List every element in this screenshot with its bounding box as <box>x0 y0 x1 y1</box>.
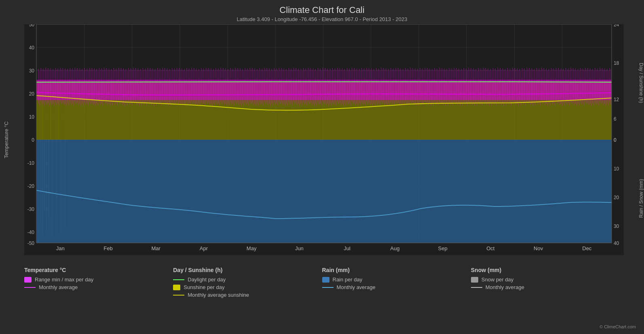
svg-text:20: 20 <box>614 195 619 200</box>
svg-text:6: 6 <box>614 116 617 122</box>
svg-text:50: 50 <box>29 24 35 28</box>
svg-text:20: 20 <box>29 91 35 97</box>
copyright-text: © ClimeChart.com <box>600 324 636 329</box>
svg-text:12: 12 <box>614 97 619 102</box>
y-axis-left-label: Temperature °C <box>3 24 9 255</box>
svg-text:Aug: Aug <box>390 245 399 251</box>
svg-text:Jul: Jul <box>344 245 351 251</box>
legend-item-sunshine: Sunshine per day <box>173 284 322 290</box>
snow-avg-line <box>471 287 482 288</box>
svg-text:-50: -50 <box>27 240 35 246</box>
legend-item-rain-avg: Monthly average <box>322 284 471 290</box>
svg-text:Oct: Oct <box>486 245 495 251</box>
legend-header-rain: Rain (mm) <box>322 267 471 273</box>
y-axis-right-top-label: Day / Sunshine (h) <box>638 24 644 142</box>
legend-item-snow-avg: Monthly average <box>471 284 620 290</box>
rain-label: Rain per day <box>333 277 363 283</box>
svg-text:-10: -10 <box>27 160 35 166</box>
svg-rect-65 <box>36 140 612 243</box>
sunshine-swatch <box>173 285 180 290</box>
main-chart-svg: 50 40 30 20 10 0 -10 -20 -30 -40 -50 24 … <box>24 24 624 255</box>
temp-avg-line <box>24 287 36 288</box>
daylight-label: Daylight per day <box>188 277 226 283</box>
y-axis-right-bottom-label: Rain / Snow (mm) <box>638 142 644 255</box>
svg-text:Mar: Mar <box>151 245 160 251</box>
legend-col-temperature: Temperature °C Range min / max per day M… <box>24 265 173 298</box>
sunshine-label: Sunshine per day <box>184 284 224 290</box>
svg-text:Jun: Jun <box>295 245 304 251</box>
legend-col-rain: Rain (mm) Rain per day Monthly average <box>322 265 471 298</box>
svg-text:10: 10 <box>29 114 35 120</box>
temp-range-label: Range min / max per day <box>35 277 93 283</box>
legend-item-temp-avg: Monthly average <box>24 284 173 290</box>
legend-row: Temperature °C Range min / max per day M… <box>24 265 620 298</box>
svg-text:Apr: Apr <box>200 245 208 251</box>
legend-col-snow: Snow (mm) Snow per day Monthly average <box>471 265 620 298</box>
legend-col-sunshine: Day / Sunshine (h) Daylight per day Suns… <box>173 265 322 298</box>
temp-avg-label: Monthly average <box>39 284 78 290</box>
legend-item-daylight: Daylight per day <box>173 277 322 283</box>
legend-area: Temperature °C Range min / max per day M… <box>0 261 644 334</box>
svg-text:-20: -20 <box>27 183 35 189</box>
svg-text:30: 30 <box>29 68 35 74</box>
svg-text:10: 10 <box>614 166 619 172</box>
svg-text:40: 40 <box>614 240 619 246</box>
rain-avg-label: Monthly average <box>337 284 376 290</box>
legend-item-temp-range: Range min / max per day <box>24 277 173 283</box>
svg-text:0: 0 <box>32 137 34 143</box>
legend-item-sunshine-avg: Monthly average sunshine <box>173 292 322 298</box>
svg-text:Sep: Sep <box>438 245 448 251</box>
svg-text:-40: -40 <box>27 230 35 235</box>
svg-text:Nov: Nov <box>534 245 543 251</box>
svg-text:Dec: Dec <box>582 245 592 251</box>
sunshine-avg-label: Monthly average sunshine <box>188 292 249 298</box>
snow-avg-label: Monthly average <box>486 284 524 290</box>
svg-text:May: May <box>247 245 257 251</box>
temp-range-swatch <box>24 277 32 283</box>
svg-text:Jan: Jan <box>56 245 65 251</box>
legend-item-snow: Snow per day <box>471 277 620 283</box>
svg-text:0: 0 <box>614 137 617 143</box>
main-title: Climate Chart for Cali <box>0 5 644 15</box>
subtitle: Latitude 3.409 - Longitude -76.456 - Ele… <box>0 16 644 22</box>
svg-text:Feb: Feb <box>103 245 112 251</box>
svg-text:30: 30 <box>614 223 619 229</box>
svg-text:40: 40 <box>29 45 35 51</box>
sunshine-avg-line <box>173 295 184 296</box>
svg-text:24: 24 <box>614 24 619 28</box>
chart-container: Climate Chart for Cali Latitude 3.409 - … <box>0 0 644 334</box>
rain-avg-line <box>322 287 334 288</box>
legend-header-temperature: Temperature °C <box>24 267 173 273</box>
svg-text:-30: -30 <box>27 206 35 212</box>
daylight-line <box>173 279 184 280</box>
rain-swatch <box>322 277 329 283</box>
svg-text:18: 18 <box>614 60 619 66</box>
legend-item-rain: Rain per day <box>322 277 471 283</box>
title-section: Climate Chart for Cali Latitude 3.409 - … <box>0 0 644 22</box>
snow-label: Snow per day <box>481 277 514 283</box>
legend-header-snow: Snow (mm) <box>471 267 620 273</box>
legend-header-sunshine: Day / Sunshine (h) <box>173 267 322 273</box>
snow-swatch <box>471 277 478 283</box>
